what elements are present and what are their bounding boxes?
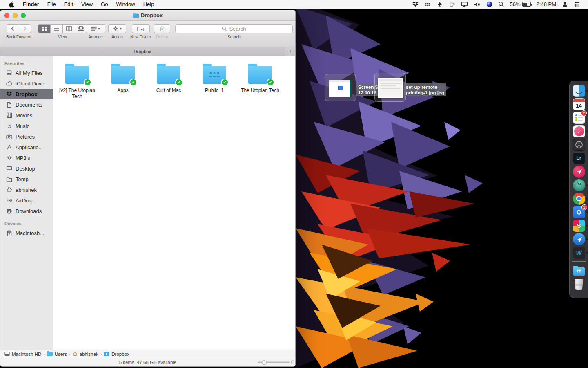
dock-item-travel-app[interactable] xyxy=(570,178,588,192)
folder-item[interactable]: ✓ [v2] The Utopian Tech xyxy=(54,63,100,100)
sidebar-devices-header: Devices xyxy=(0,220,53,228)
new-folder-button[interactable] xyxy=(132,24,150,33)
icon-size-slider[interactable] xyxy=(258,362,290,363)
sidebar-item-dropbox[interactable]: Dropbox xyxy=(0,89,53,99)
view-columns-button[interactable] xyxy=(62,24,75,33)
dock-item-trash[interactable] xyxy=(570,277,588,291)
sidebar-item-downloads[interactable]: Downloads xyxy=(0,206,53,216)
volume-icon[interactable] xyxy=(471,0,483,9)
sidebar-item-airdrop[interactable]: AirDrop xyxy=(0,195,53,206)
menu-edit[interactable]: Edit xyxy=(60,0,77,9)
sidebar-item-music[interactable]: ♫ Music xyxy=(0,121,53,131)
home-icon xyxy=(73,352,78,356)
dropbox-synced-badge: ✓ xyxy=(84,79,91,86)
desktop-file-setup-remote-printing[interactable] xyxy=(374,73,406,102)
dock-item-airmail[interactable] xyxy=(570,232,588,246)
dock-item-chrome[interactable] xyxy=(570,192,588,205)
view-coverflow-button[interactable] xyxy=(75,24,87,33)
dropbox-folder-icon xyxy=(104,352,109,357)
sidebar-item-all-my-files[interactable]: All My Files xyxy=(0,67,53,78)
dropbox-status-icon[interactable] xyxy=(410,0,421,9)
slider-knob[interactable] xyxy=(262,360,267,365)
folder-name: The Utopian Tech xyxy=(241,88,279,94)
menu-view[interactable]: View xyxy=(77,0,97,9)
close-button[interactable] xyxy=(4,13,9,18)
dock-item-camera-utility[interactable] xyxy=(570,138,588,151)
folder-item[interactable]: ✓ The Utopian Tech xyxy=(237,63,283,100)
lightroom-text: Lr xyxy=(577,155,581,161)
dock-item-dropbox-folder[interactable] xyxy=(570,264,588,277)
sidebar-label: Temp xyxy=(16,176,29,182)
arrange-label: Arrange xyxy=(88,35,103,39)
sidebar-favorites-header: Favorites xyxy=(0,59,53,67)
delete-button[interactable] xyxy=(154,24,170,33)
dock-item-itunes[interactable]: ♪ xyxy=(570,124,588,138)
menu-go[interactable]: Go xyxy=(97,0,112,9)
sidebar-item-home[interactable]: abhishek xyxy=(0,184,53,195)
notification-center-icon[interactable] xyxy=(571,0,583,9)
folder-view[interactable]: ✓ [v2] The Utopian Tech ✓ Apps ✓ Cult of… xyxy=(53,56,295,350)
search-input[interactable]: Search xyxy=(175,24,293,33)
menu-finder[interactable]: Finder xyxy=(19,0,43,9)
path-segment-macintosh-hd[interactable]: Macintosh HD xyxy=(4,352,41,357)
tab-dropbox[interactable]: Dropbox xyxy=(0,47,285,56)
dock-item-slack[interactable]: S xyxy=(570,219,588,232)
new-tab-button[interactable]: + xyxy=(285,47,295,56)
window-proxy-dropbox-icon xyxy=(133,13,139,18)
folder-name: [v2] The Utopian Tech xyxy=(56,88,98,100)
title-bar[interactable]: Dropbox xyxy=(0,10,295,21)
action-button[interactable]: ▾ xyxy=(108,24,126,33)
dock-item-calendar[interactable]: 14 xyxy=(570,97,588,111)
folder-item[interactable]: ✓ Cult of Mac xyxy=(146,63,192,100)
dock-item-lightroom[interactable]: Lr xyxy=(570,151,588,165)
sidebar-label: Downloads xyxy=(16,208,42,214)
airplay-icon[interactable] xyxy=(458,0,471,9)
battery-status[interactable]: 56% xyxy=(507,0,534,9)
rings-status-icon[interactable] xyxy=(421,0,434,9)
dock-item-writer-app[interactable]: W xyxy=(570,246,588,259)
slack-letter: S xyxy=(577,222,581,229)
sidebar-item-applications[interactable]: Applicatio... xyxy=(0,142,53,153)
menu-window[interactable]: Window xyxy=(112,0,139,9)
clock[interactable]: 2:48 PM xyxy=(534,0,559,9)
path-segment-home[interactable]: abhishek xyxy=(73,352,98,357)
menu-help[interactable]: Help xyxy=(139,0,158,9)
apple-menu[interactable] xyxy=(5,0,19,9)
minimize-button[interactable] xyxy=(13,13,18,18)
dock-item-finder[interactable] xyxy=(570,84,588,97)
sidebar-item-movies[interactable]: Movies xyxy=(0,110,53,121)
sidebar-item-desktop[interactable]: Desktop xyxy=(0,163,53,174)
forward-button[interactable] xyxy=(19,24,31,33)
sidebar-item-icloud-drive[interactable]: iCloud Drive xyxy=(0,78,53,89)
chrome-icon xyxy=(573,193,585,205)
path-segment-users[interactable]: Users xyxy=(47,352,67,357)
q-letter: Q xyxy=(577,209,581,215)
network-display-status-icon[interactable] xyxy=(434,0,446,9)
arrange-button[interactable]: ▾ xyxy=(86,24,105,33)
view-icons-button[interactable] xyxy=(38,24,50,33)
dock-item-red-mail-app[interactable] xyxy=(570,165,588,178)
back-button[interactable] xyxy=(7,24,19,33)
dock-item-quip[interactable]: Q 1 xyxy=(570,205,588,219)
folder-icon xyxy=(47,352,53,356)
user-switch-icon[interactable] xyxy=(559,0,571,9)
siri-icon[interactable] xyxy=(483,0,495,9)
path-segment-dropbox[interactable]: Dropbox xyxy=(104,352,129,357)
view-list-button[interactable] xyxy=(50,24,62,33)
desktop-file-screenshot[interactable] xyxy=(325,74,356,101)
caffeine-cup-icon[interactable] xyxy=(446,0,458,9)
folder-item[interactable]: ✓ Public_1 xyxy=(192,63,237,100)
folder-item[interactable]: ✓ Apps xyxy=(100,63,146,100)
sidebar-item-temp[interactable]: Temp xyxy=(0,174,53,184)
sidebar-item-mp3s[interactable]: MP3's xyxy=(0,153,53,163)
menu-file[interactable]: File xyxy=(43,0,60,9)
sidebar-item-documents[interactable]: Documents xyxy=(0,99,53,110)
music-note-icon: ♫ xyxy=(6,123,13,129)
dock-divider xyxy=(572,261,586,262)
sidebar-item-pictures[interactable]: Pictures xyxy=(0,131,53,142)
dock-item-reminders[interactable]: 2 xyxy=(570,111,588,124)
zoom-button[interactable] xyxy=(21,13,26,18)
spotlight-icon[interactable] xyxy=(495,0,507,9)
sidebar-item-macintosh-hd[interactable]: Macintosh... xyxy=(0,228,53,238)
reminders-badge: 2 xyxy=(581,110,587,116)
